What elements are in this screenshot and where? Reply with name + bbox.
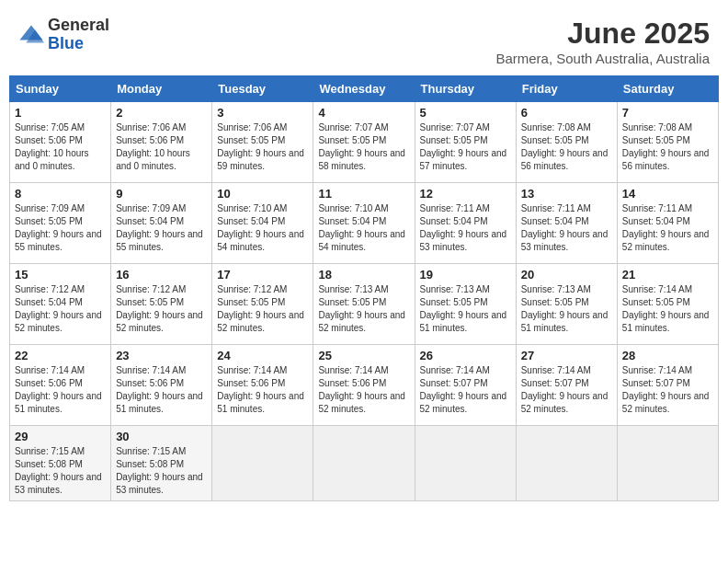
location-title: Barmera, South Australia, Australia: [495, 51, 710, 66]
logo-text: General Blue: [48, 17, 109, 53]
empty-cell: [415, 426, 516, 501]
day-info: Sunrise: 7:10 AM Sunset: 5:04 PM Dayligh…: [217, 203, 304, 252]
day-number: 16: [116, 268, 207, 282]
day-number: 26: [420, 349, 511, 362]
day-number: 11: [318, 187, 409, 201]
day-cell-13: 13 Sunrise: 7:11 AM Sunset: 5:04 PM Dayl…: [516, 183, 617, 264]
day-cell-5: 5 Sunrise: 7:07 AM Sunset: 5:05 PM Dayli…: [415, 102, 516, 183]
weekday-header-wednesday: Wednesday: [313, 76, 415, 102]
empty-cell: [212, 426, 313, 501]
day-number: 22: [15, 349, 106, 362]
day-number: 10: [217, 187, 308, 201]
day-number: 23: [116, 349, 207, 362]
day-info: Sunrise: 7:12 AM Sunset: 5:05 PM Dayligh…: [116, 284, 203, 333]
day-info: Sunrise: 7:06 AM Sunset: 5:05 PM Dayligh…: [217, 122, 304, 171]
day-cell-12: 12 Sunrise: 7:11 AM Sunset: 5:04 PM Dayl…: [415, 183, 516, 264]
empty-cell: [516, 426, 617, 501]
weekday-header-monday: Monday: [111, 76, 212, 102]
day-number: 19: [420, 268, 511, 282]
day-info: Sunrise: 7:11 AM Sunset: 5:04 PM Dayligh…: [622, 203, 710, 252]
day-cell-19: 19 Sunrise: 7:13 AM Sunset: 5:05 PM Dayl…: [415, 264, 516, 345]
day-info: Sunrise: 7:13 AM Sunset: 5:05 PM Dayligh…: [420, 284, 507, 333]
day-cell-20: 20 Sunrise: 7:13 AM Sunset: 5:05 PM Dayl…: [516, 264, 617, 345]
day-info: Sunrise: 7:13 AM Sunset: 5:05 PM Dayligh…: [521, 284, 609, 333]
weekday-header-friday: Friday: [516, 76, 617, 102]
day-info: Sunrise: 7:14 AM Sunset: 5:06 PM Dayligh…: [15, 365, 102, 414]
day-cell-6: 6 Sunrise: 7:08 AM Sunset: 5:05 PM Dayli…: [516, 102, 617, 183]
day-cell-23: 23 Sunrise: 7:14 AM Sunset: 5:06 PM Dayl…: [111, 345, 212, 426]
week-row-4: 22 Sunrise: 7:14 AM Sunset: 5:06 PM Dayl…: [10, 345, 719, 426]
day-number: 24: [217, 349, 308, 362]
day-cell-2: 2 Sunrise: 7:06 AM Sunset: 5:06 PM Dayli…: [111, 102, 212, 183]
day-number: 9: [116, 187, 207, 201]
day-info: Sunrise: 7:09 AM Sunset: 5:05 PM Dayligh…: [15, 203, 102, 252]
day-info: Sunrise: 7:14 AM Sunset: 5:06 PM Dayligh…: [318, 365, 405, 414]
day-cell-4: 4 Sunrise: 7:07 AM Sunset: 5:05 PM Dayli…: [313, 102, 415, 183]
day-number: 21: [622, 268, 713, 282]
day-cell-18: 18 Sunrise: 7:13 AM Sunset: 5:05 PM Dayl…: [313, 264, 415, 345]
day-cell-10: 10 Sunrise: 7:10 AM Sunset: 5:04 PM Dayl…: [212, 183, 313, 264]
day-cell-22: 22 Sunrise: 7:14 AM Sunset: 5:06 PM Dayl…: [10, 345, 111, 426]
day-cell-3: 3 Sunrise: 7:06 AM Sunset: 5:05 PM Dayli…: [212, 102, 313, 183]
empty-cell: [617, 426, 718, 501]
day-cell-16: 16 Sunrise: 7:12 AM Sunset: 5:05 PM Dayl…: [111, 264, 212, 345]
logo-blue-text: Blue: [48, 35, 109, 53]
day-number: 29: [15, 430, 106, 443]
weekday-header-tuesday: Tuesday: [212, 76, 313, 102]
day-cell-9: 9 Sunrise: 7:09 AM Sunset: 5:04 PM Dayli…: [111, 183, 212, 264]
day-info: Sunrise: 7:14 AM Sunset: 5:06 PM Dayligh…: [116, 365, 203, 414]
day-info: Sunrise: 7:12 AM Sunset: 5:04 PM Dayligh…: [15, 284, 102, 333]
weekday-header-thursday: Thursday: [415, 76, 516, 102]
day-info: Sunrise: 7:12 AM Sunset: 5:05 PM Dayligh…: [217, 284, 304, 333]
day-number: 25: [318, 349, 409, 362]
day-number: 4: [318, 106, 409, 120]
day-info: Sunrise: 7:07 AM Sunset: 5:05 PM Dayligh…: [420, 122, 507, 171]
day-number: 12: [420, 187, 511, 201]
day-number: 17: [217, 268, 308, 282]
day-info: Sunrise: 7:11 AM Sunset: 5:04 PM Dayligh…: [420, 203, 507, 252]
day-info: Sunrise: 7:14 AM Sunset: 5:05 PM Dayligh…: [622, 284, 710, 333]
day-info: Sunrise: 7:14 AM Sunset: 5:07 PM Dayligh…: [622, 365, 710, 414]
day-number: 30: [116, 430, 207, 443]
day-cell-14: 14 Sunrise: 7:11 AM Sunset: 5:04 PM Dayl…: [617, 183, 718, 264]
day-number: 15: [15, 268, 106, 282]
month-title: June 2025: [495, 17, 710, 51]
day-number: 7: [622, 106, 713, 120]
day-info: Sunrise: 7:13 AM Sunset: 5:05 PM Dayligh…: [318, 284, 405, 333]
weekday-header-row: SundayMondayTuesdayWednesdayThursdayFrid…: [10, 76, 719, 102]
day-cell-30: 30 Sunrise: 7:15 AM Sunset: 5:08 PM Dayl…: [111, 426, 212, 501]
day-cell-8: 8 Sunrise: 7:09 AM Sunset: 5:05 PM Dayli…: [10, 183, 111, 264]
week-row-2: 8 Sunrise: 7:09 AM Sunset: 5:05 PM Dayli…: [10, 183, 719, 264]
page-header: General Blue June 2025 Barmera, South Au…: [9, 9, 719, 70]
day-cell-21: 21 Sunrise: 7:14 AM Sunset: 5:05 PM Dayl…: [617, 264, 718, 345]
day-number: 8: [15, 187, 106, 201]
day-number: 1: [15, 106, 106, 120]
day-cell-1: 1 Sunrise: 7:05 AM Sunset: 5:06 PM Dayli…: [10, 102, 111, 183]
empty-cell: [313, 426, 415, 501]
day-number: 14: [622, 187, 713, 201]
week-row-1: 1 Sunrise: 7:05 AM Sunset: 5:06 PM Dayli…: [10, 102, 719, 183]
day-cell-26: 26 Sunrise: 7:14 AM Sunset: 5:07 PM Dayl…: [415, 345, 516, 426]
weekday-header-saturday: Saturday: [617, 76, 718, 102]
day-info: Sunrise: 7:10 AM Sunset: 5:04 PM Dayligh…: [318, 203, 405, 252]
day-info: Sunrise: 7:15 AM Sunset: 5:08 PM Dayligh…: [15, 446, 102, 495]
day-cell-24: 24 Sunrise: 7:14 AM Sunset: 5:06 PM Dayl…: [212, 345, 313, 426]
day-number: 5: [420, 106, 511, 120]
day-info: Sunrise: 7:07 AM Sunset: 5:05 PM Dayligh…: [318, 122, 405, 171]
day-info: Sunrise: 7:08 AM Sunset: 5:05 PM Dayligh…: [521, 122, 609, 171]
day-cell-17: 17 Sunrise: 7:12 AM Sunset: 5:05 PM Dayl…: [212, 264, 313, 345]
day-number: 27: [521, 349, 612, 362]
week-row-5: 29 Sunrise: 7:15 AM Sunset: 5:08 PM Dayl…: [10, 426, 719, 501]
day-info: Sunrise: 7:14 AM Sunset: 5:07 PM Dayligh…: [521, 365, 609, 414]
day-info: Sunrise: 7:11 AM Sunset: 5:04 PM Dayligh…: [521, 203, 609, 252]
logo-icon: [18, 22, 44, 48]
day-number: 18: [318, 268, 409, 282]
day-info: Sunrise: 7:09 AM Sunset: 5:04 PM Dayligh…: [116, 203, 203, 252]
day-number: 6: [521, 106, 612, 120]
day-info: Sunrise: 7:14 AM Sunset: 5:06 PM Dayligh…: [217, 365, 304, 414]
day-cell-25: 25 Sunrise: 7:14 AM Sunset: 5:06 PM Dayl…: [313, 345, 415, 426]
calendar-table: SundayMondayTuesdayWednesdayThursdayFrid…: [9, 75, 719, 501]
day-cell-27: 27 Sunrise: 7:14 AM Sunset: 5:07 PM Dayl…: [516, 345, 617, 426]
day-cell-7: 7 Sunrise: 7:08 AM Sunset: 5:05 PM Dayli…: [617, 102, 718, 183]
day-info: Sunrise: 7:05 AM Sunset: 5:06 PM Dayligh…: [15, 122, 89, 171]
